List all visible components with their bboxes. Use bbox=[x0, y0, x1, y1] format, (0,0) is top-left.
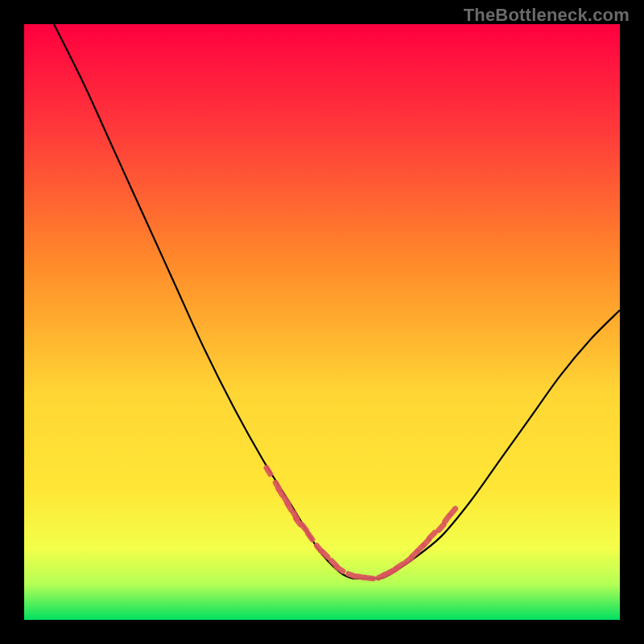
plot-area bbox=[24, 24, 620, 620]
chart-svg bbox=[24, 24, 620, 620]
gradient-background bbox=[24, 24, 620, 620]
chart-container: TheBottleneck.com bbox=[0, 0, 644, 644]
watermark-text: TheBottleneck.com bbox=[464, 5, 630, 26]
